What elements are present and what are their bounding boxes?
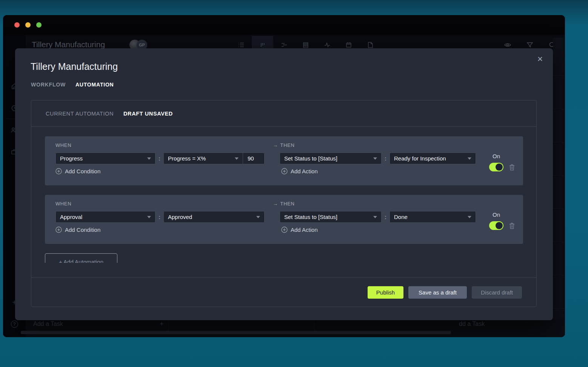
rule-toggle-on[interactable] [489, 163, 503, 171]
trigger-value: Progress [60, 155, 83, 162]
action-target-dropdown[interactable]: Ready for Inspection [389, 153, 476, 164]
action-dropdown[interactable]: Set Status to [Status] [280, 153, 382, 164]
automation-rule: WHEN →THEN Approval : Approved [45, 195, 523, 244]
when-label: WHEN [55, 142, 71, 148]
tab-workflow[interactable]: WORKFLOW [31, 82, 66, 88]
arrow-right-icon: → [273, 201, 278, 207]
discard-draft-button[interactable]: Discard draft [472, 286, 522, 299]
condition-value-input[interactable] [243, 153, 265, 164]
arrow-right-icon: → [273, 142, 278, 148]
modal-tabs: WORKFLOW AUTOMATION [31, 82, 114, 88]
separator: : [385, 214, 386, 220]
add-action-button[interactable]: Add Action [281, 227, 318, 233]
toggle-knob [496, 163, 503, 171]
save-as-draft-button[interactable]: Save as a draft [408, 286, 467, 299]
action-value: Set Status to [Status] [284, 214, 337, 220]
when-label: WHEN [55, 201, 71, 207]
trigger-dropdown[interactable]: Approval [55, 211, 155, 223]
add-condition-button[interactable]: Add Condition [55, 168, 100, 174]
chevron-down-icon [373, 216, 377, 218]
condition-value: Approved [168, 214, 192, 220]
toggle-knob [496, 222, 503, 229]
publish-button[interactable]: Publish [368, 286, 403, 299]
trigger-dropdown[interactable]: Progress [55, 153, 155, 164]
toggle-label: On [489, 211, 503, 218]
chevron-down-icon [373, 157, 377, 160]
automation-panel: CURRENT AUTOMATION DRAFT UNSAVED WHEN →T… [31, 100, 537, 307]
then-label: →THEN [273, 142, 294, 148]
automation-modal: ✕ Tillery Manufacturing WORKFLOW AUTOMAT… [15, 48, 553, 320]
minimize-window-button[interactable] [25, 22, 31, 28]
plus-circle-icon [281, 227, 288, 233]
close-window-button[interactable] [14, 22, 20, 28]
delete-rule-button[interactable] [509, 222, 515, 229]
add-automation-button[interactable]: + Add Automation [45, 253, 117, 263]
action-value: Set Status to [Status] [284, 155, 337, 162]
trash-icon [509, 163, 515, 171]
rule-toggle-on[interactable] [489, 221, 503, 230]
separator: : [385, 155, 386, 162]
app-window: PM Tillery Manufacturing GP [3, 15, 565, 337]
chevron-down-icon [235, 157, 239, 160]
separator: : [159, 214, 160, 220]
close-icon[interactable]: ✕ [535, 54, 545, 64]
add-condition-button[interactable]: Add Condition [55, 227, 100, 233]
condition-dropdown[interactable]: Progress = X% [163, 153, 243, 164]
add-action-button[interactable]: Add Action [281, 168, 318, 174]
trash-icon [509, 222, 515, 229]
zoom-window-button[interactable] [36, 22, 42, 28]
panel-tabs: CURRENT AUTOMATION DRAFT UNSAVED [31, 100, 536, 127]
action-target-value: Done [394, 214, 408, 220]
condition-value: Progress = X% [168, 155, 206, 162]
separator: : [159, 155, 160, 162]
tab-current-automation[interactable]: CURRENT AUTOMATION [46, 111, 114, 117]
modal-title: Tillery Manufacturing [31, 61, 118, 72]
tab-automation[interactable]: AUTOMATION [75, 82, 114, 88]
action-target-dropdown[interactable]: Done [389, 211, 476, 223]
automation-rule: WHEN →THEN Progress : Progress = X% [45, 136, 523, 185]
chevron-down-icon [147, 216, 151, 218]
plus-circle-icon [281, 168, 288, 174]
condition-dropdown[interactable]: Approved [163, 211, 265, 223]
plus-circle-icon [55, 227, 62, 233]
trigger-value: Approval [60, 214, 82, 220]
chevron-down-icon [468, 157, 471, 160]
window-titlebar [3, 15, 565, 35]
chevron-down-icon [468, 216, 471, 218]
then-label: →THEN [273, 201, 294, 207]
toggle-label: On [489, 153, 503, 159]
chevron-down-icon [147, 157, 151, 160]
chevron-down-icon [256, 216, 260, 218]
delete-rule-button[interactable] [509, 163, 515, 171]
modal-footer: Publish Save as a draft Discard draft [31, 278, 536, 307]
action-dropdown[interactable]: Set Status to [Status] [280, 211, 382, 223]
tab-draft-unsaved[interactable]: DRAFT UNSAVED [123, 111, 173, 117]
plus-circle-icon [55, 168, 62, 174]
rules-list: WHEN →THEN Progress : Progress = X% [31, 127, 536, 263]
action-target-value: Ready for Inspection [394, 155, 446, 162]
